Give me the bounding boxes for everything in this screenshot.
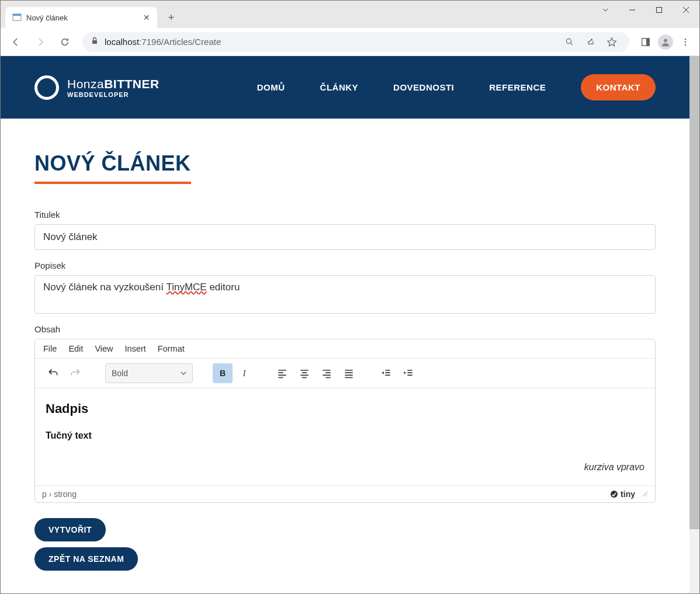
svg-point-13	[685, 41, 687, 43]
align-center-button[interactable]	[294, 363, 314, 383]
editor-content[interactable]: Nadpis Tučný text kurziva vpravo	[35, 388, 655, 485]
outdent-button[interactable]	[376, 363, 396, 383]
svg-point-11	[664, 39, 667, 42]
editor-menubar: File Edit View Insert Format	[35, 339, 655, 359]
svg-text:I: I	[242, 369, 247, 378]
browser-window: Nový článek ✕ + localhost:7196/Articles/…	[0, 0, 700, 594]
nav-contact-button[interactable]: KONTAKT	[581, 74, 656, 100]
menu-button[interactable]	[676, 33, 695, 51]
svg-line-42	[647, 496, 647, 496]
tiny-logo[interactable]: tiny	[610, 489, 635, 499]
chevron-down-icon	[181, 369, 186, 378]
logo[interactable]: HonzaBITTNER WEBDEVELOPER	[34, 75, 160, 100]
menu-file[interactable]: File	[43, 344, 57, 353]
svg-rect-1	[13, 14, 21, 16]
window-close-button[interactable]	[673, 1, 699, 19]
resize-handle-icon[interactable]	[641, 489, 648, 499]
back-to-list-button[interactable]: ZPĚT NA SEZNAM	[34, 547, 138, 571]
title-bar: Nový článek ✕ +	[1, 1, 699, 28]
back-button[interactable]	[5, 32, 26, 53]
lock-icon	[91, 37, 99, 47]
editor-path[interactable]: p › strong	[42, 489, 77, 499]
address-bar[interactable]: localhost:7196/Articles/Create	[82, 32, 629, 52]
svg-point-14	[685, 44, 687, 46]
menu-format[interactable]: Format	[158, 344, 185, 353]
browser-tab[interactable]: Nový článek ✕	[5, 7, 157, 28]
url-bar: localhost:7196/Articles/Create	[1, 28, 699, 56]
logo-title: HonzaBITTNER	[67, 77, 160, 91]
nav-references[interactable]: REFERENCE	[489, 82, 546, 92]
nav-home[interactable]: DOMŮ	[257, 82, 285, 92]
svg-line-8	[571, 43, 573, 44]
nav-articles[interactable]: ČLÁNKY	[320, 82, 359, 92]
align-left-button[interactable]	[272, 363, 292, 383]
menu-view[interactable]: View	[95, 344, 113, 353]
undo-button[interactable]	[43, 363, 63, 383]
logo-icon	[34, 75, 59, 100]
svg-text:B: B	[220, 369, 226, 378]
page-viewport: HonzaBITTNER WEBDEVELOPER DOMŮ ČLÁNKY DO…	[1, 56, 689, 593]
editor-statusbar: p › strong tiny	[35, 485, 655, 502]
forward-button[interactable]	[30, 32, 51, 53]
window-dropdown-button[interactable]	[592, 1, 619, 19]
subtitle-label: Popisek	[34, 260, 656, 270]
nav-skills[interactable]: DOVEDNOSTI	[393, 82, 454, 92]
editor: File Edit View Insert Format Bold	[34, 339, 656, 503]
subtitle-textarea[interactable]: Nový článek na vyzkoušení TinyMCE editor…	[34, 275, 656, 314]
title-label: Titulek	[34, 210, 656, 220]
redo-button[interactable]	[65, 363, 85, 383]
page-favicon	[12, 13, 22, 22]
content-heading: Nadpis	[46, 401, 644, 416]
window-minimize-button[interactable]	[619, 1, 646, 19]
zoom-icon[interactable]	[560, 33, 579, 51]
menu-insert[interactable]: Insert	[125, 344, 146, 353]
align-right-button[interactable]	[317, 363, 337, 383]
profile-button[interactable]	[656, 33, 675, 51]
bold-button[interactable]: B	[213, 363, 233, 383]
bookmark-icon[interactable]	[602, 33, 621, 51]
content-italic-right: kurziva vpravo	[46, 462, 644, 473]
svg-rect-6	[92, 40, 97, 44]
menu-edit[interactable]: Edit	[68, 344, 83, 353]
svg-rect-10	[646, 38, 649, 46]
window-controls	[592, 1, 699, 22]
italic-button[interactable]: I	[235, 363, 255, 383]
indent-button[interactable]	[398, 363, 418, 383]
scrollbar-thumb[interactable]	[689, 56, 699, 529]
site-header: HonzaBITTNER WEBDEVELOPER DOMŮ ČLÁNKY DO…	[1, 56, 689, 119]
content-label: Obsah	[34, 324, 656, 334]
svg-point-12	[685, 38, 687, 40]
main-nav: DOMŮ ČLÁNKY DOVEDNOSTI REFERENCE KONTAKT	[257, 74, 656, 100]
logo-subtitle: WEBDEVELOPER	[67, 91, 160, 98]
share-icon[interactable]	[581, 33, 600, 51]
content-bold-text: Tučný text	[46, 430, 644, 441]
new-tab-button[interactable]: +	[163, 9, 179, 26]
side-panel-icon[interactable]	[636, 33, 655, 51]
format-select[interactable]: Bold	[105, 363, 193, 383]
align-justify-button[interactable]	[339, 363, 359, 383]
vertical-scrollbar[interactable]	[689, 56, 699, 593]
page-title: NOVÝ ČLÁNEK	[34, 151, 191, 184]
create-button[interactable]: VYTVOŘIT	[34, 518, 106, 541]
svg-point-39	[611, 491, 618, 498]
window-maximize-button[interactable]	[646, 1, 673, 19]
editor-toolbar: Bold B I	[35, 359, 655, 388]
tab-close-icon[interactable]: ✕	[143, 13, 150, 22]
url-text: localhost:7196/Articles/Create	[105, 37, 221, 47]
title-input[interactable]	[34, 224, 656, 250]
svg-point-7	[566, 39, 571, 43]
tab-title: Nový článek	[26, 13, 138, 22]
svg-line-40	[642, 491, 647, 496]
svg-rect-3	[657, 8, 662, 13]
reload-button[interactable]	[54, 32, 75, 53]
